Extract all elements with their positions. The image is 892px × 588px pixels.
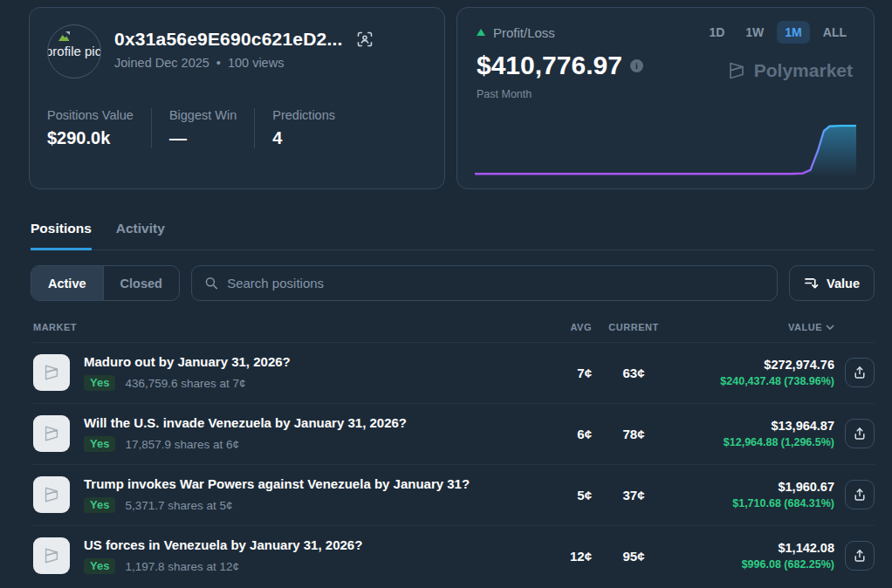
stat-label: Positions Value — [47, 108, 134, 122]
stat-item: Predictions 4 — [272, 108, 353, 148]
avg-price: 5¢ — [546, 488, 592, 503]
profile-header: profile pic 0x31a56e9E690c621eD2... Join… — [0, 0, 892, 189]
dot-separator: • — [216, 56, 221, 70]
pnl-card: Profit/Loss 1D1W1MALL $410,776.97 i Past… — [456, 7, 875, 189]
market-title[interactable]: Will the U.S. invade Venezuela by Januar… — [84, 415, 407, 430]
outcome-badge: Yes — [84, 436, 115, 452]
polymarket-watermark: Polymarket — [726, 60, 853, 81]
position-gain: $12,964.88 (1,296.5%) — [676, 436, 834, 448]
export-icon — [853, 427, 867, 441]
stat-item: Biggest Win — — [169, 108, 255, 148]
shares-text: 436,759.6 shares at 7¢ — [125, 377, 245, 390]
outcome-badge: Yes — [84, 497, 115, 513]
market-thumbnail — [33, 415, 70, 452]
shares-text: 1,197.8 shares at 12¢ — [125, 560, 239, 573]
polymarket-icon — [42, 363, 61, 382]
sort-icon — [804, 277, 819, 290]
qr-scan-icon[interactable] — [356, 31, 374, 48]
profile-stats: Positions Value $290.0k Biggest Win — Pr… — [47, 108, 427, 148]
position-value: $1,960.67 — [676, 480, 834, 494]
pnl-period: Past Month — [477, 88, 854, 100]
market-title[interactable]: Trump invokes War Powers against Venezue… — [84, 476, 470, 491]
stat-label: Predictions — [272, 108, 335, 122]
joined-date: Joined Dec 2025 — [114, 56, 209, 70]
pnl-label: Profit/Loss — [493, 25, 555, 40]
chevron-down-icon — [826, 325, 834, 331]
table-row[interactable]: US forces in Venezuela by January 31, 20… — [33, 525, 875, 586]
time-range-button[interactable]: 1W — [738, 21, 772, 44]
market-thumbnail — [33, 354, 70, 391]
stat-label: Biggest Win — [169, 108, 237, 122]
profile-card: profile pic 0x31a56e9E690c621eD2... Join… — [29, 7, 445, 189]
positions-table: MARKET AVG CURRENT VALUE Maduro out by — [33, 311, 875, 586]
current-price: 63¢ — [592, 366, 676, 380]
time-range-button[interactable]: ALL — [815, 21, 854, 44]
position-value: $1,142.08 — [676, 541, 834, 555]
time-range-button[interactable]: 1M — [777, 21, 809, 44]
polymarket-logo-icon — [726, 60, 747, 81]
header-avg[interactable]: AVG — [546, 322, 592, 332]
share-position-button[interactable] — [845, 419, 875, 448]
status-segment[interactable]: Closed — [103, 266, 179, 300]
search-input[interactable] — [227, 276, 765, 291]
current-price: 78¢ — [592, 427, 676, 441]
shares-text: 17,857.9 shares at 6¢ — [125, 438, 239, 451]
sort-button-label: Value — [827, 277, 860, 291]
share-position-button[interactable] — [845, 541, 875, 571]
stat-value: — — [169, 128, 237, 148]
status-segmented-control: ActiveClosed — [31, 265, 180, 301]
market-thumbnail — [33, 537, 70, 574]
sort-by-value-button[interactable]: Value — [789, 265, 875, 301]
views-count: 100 views — [228, 56, 284, 70]
search-icon — [204, 276, 218, 291]
header-current[interactable]: CURRENT — [592, 322, 676, 332]
export-icon — [853, 366, 867, 379]
polymarket-icon — [42, 424, 61, 443]
pnl-amount: $410,776.97 — [477, 51, 622, 80]
time-range-selector: 1D1W1MALL — [701, 21, 854, 44]
time-range-button[interactable]: 1D — [701, 21, 732, 44]
position-value: $13,964.87 — [676, 419, 834, 433]
market-title[interactable]: US forces in Venezuela by January 31, 20… — [84, 537, 362, 552]
share-position-button[interactable] — [845, 358, 875, 387]
market-title[interactable]: Maduro out by January 31, 2026? — [84, 354, 291, 369]
avg-price: 12¢ — [546, 549, 592, 564]
table-row[interactable]: Trump invokes War Powers against Venezue… — [33, 464, 875, 525]
header-value[interactable]: VALUE — [676, 322, 834, 332]
export-icon — [853, 549, 867, 563]
table-row[interactable]: Maduro out by January 31, 2026? Yes 436,… — [33, 342, 875, 403]
share-position-button[interactable] — [845, 480, 875, 509]
tab[interactable]: Positions — [31, 221, 92, 250]
export-icon — [853, 488, 867, 502]
market-thumbnail — [33, 476, 70, 513]
outcome-badge: Yes — [84, 375, 115, 391]
position-gain: $1,710.68 (684.31%) — [676, 497, 834, 509]
polymarket-icon — [42, 546, 61, 565]
outcome-badge: Yes — [84, 558, 115, 574]
stat-value: $290.0k — [47, 128, 134, 148]
tab[interactable]: Activity — [116, 221, 165, 250]
position-gain: $240,437.48 (738.96%) — [676, 375, 834, 387]
triangle-up-icon — [477, 29, 485, 36]
table-row[interactable]: Will the U.S. invade Venezuela by Januar… — [33, 403, 875, 464]
avatar: profile pic — [47, 24, 101, 79]
position-value: $272,974.76 — [676, 358, 834, 372]
search-box[interactable] — [191, 265, 778, 301]
table-body: Maduro out by January 31, 2026? Yes 436,… — [33, 342, 875, 586]
stat-value: 4 — [272, 128, 335, 148]
stat-item: Positions Value $290.0k — [47, 108, 152, 148]
current-price: 95¢ — [592, 549, 676, 564]
shares-text: 5,371.7 shares at 5¢ — [125, 499, 232, 512]
table-header: MARKET AVG CURRENT VALUE — [33, 311, 875, 342]
status-segment[interactable]: Active — [31, 266, 103, 300]
position-gain: $996.08 (682.25%) — [676, 558, 834, 571]
avg-price: 6¢ — [546, 427, 592, 441]
filter-bar: ActiveClosed Value — [31, 265, 875, 301]
info-icon[interactable]: i — [630, 59, 643, 72]
header-market[interactable]: MARKET — [33, 322, 546, 332]
main-tabs: PositionsActivity — [31, 221, 875, 250]
polymarket-icon — [42, 485, 61, 504]
avg-price: 7¢ — [546, 366, 592, 380]
current-price: 37¢ — [592, 488, 676, 503]
pnl-chart — [475, 123, 856, 177]
